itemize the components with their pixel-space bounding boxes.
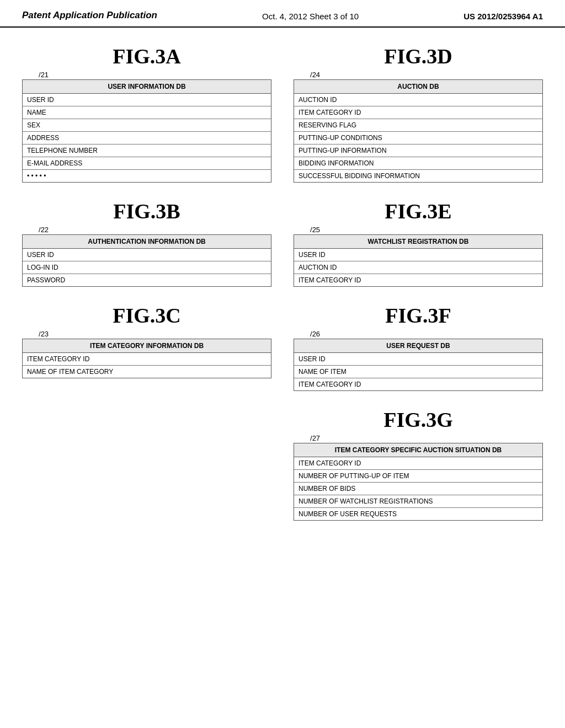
table-row: PASSWORD bbox=[23, 274, 271, 286]
publication-date-sheet: Oct. 4, 2012 Sheet 3 of 10 bbox=[262, 12, 359, 21]
fig3c-ref: /23 bbox=[39, 330, 49, 338]
fig3f-title: FIG.3F bbox=[385, 303, 451, 328]
table-row: NUMBER OF PUTTING-UP OF ITEM bbox=[294, 470, 542, 483]
table-row: NAME OF ITEM bbox=[294, 366, 542, 378]
publication-number: US 2012/0253964 A1 bbox=[463, 12, 543, 21]
fig3g-section: FIG.3G /27 ITEM CATEGORY SPECIFIC AUCTIO… bbox=[294, 408, 543, 521]
fig3a-table: USER INFORMATION DB USER ID NAME SEX ADD… bbox=[22, 79, 271, 183]
fig3a-ref: /21 bbox=[39, 71, 49, 79]
right-column: FIG.3D /24 AUCTION DB AUCTION ID ITEM CA… bbox=[294, 44, 543, 521]
table-row: USER ID bbox=[23, 94, 271, 106]
fig3b-title: FIG.3B bbox=[113, 199, 180, 223]
fig3e-title: FIG.3E bbox=[385, 199, 451, 223]
table-row: NUMBER OF BIDS bbox=[294, 483, 542, 495]
table-row: NAME bbox=[23, 106, 271, 119]
left-column: FIG.3A /21 USER INFORMATION DB USER ID N… bbox=[22, 44, 271, 521]
table-row: NUMBER OF WATCHLIST REGISTRATIONS bbox=[294, 495, 542, 508]
fig3f-table-header: USER REQUEST DB bbox=[294, 339, 542, 353]
table-row: ITEM CATEGORY ID bbox=[294, 106, 542, 119]
fig3e-section: FIG.3E /25 WATCHLIST REGISTRATION DB USE… bbox=[294, 199, 543, 287]
table-row: AUCTION ID bbox=[294, 261, 542, 274]
table-row: E-MAIL ADDRESS bbox=[23, 157, 271, 170]
table-row: ADDRESS bbox=[23, 132, 271, 144]
fig3g-table-header: ITEM CATEGORY SPECIFIC AUCTION SITUATION… bbox=[294, 443, 542, 457]
fig3c-table-header: ITEM CATEGORY INFORMATION DB bbox=[23, 339, 271, 353]
table-row: AUCTION ID bbox=[294, 94, 542, 106]
fig3c-table: ITEM CATEGORY INFORMATION DB ITEM CATEGO… bbox=[22, 339, 271, 378]
table-row: ITEM CATEGORY ID bbox=[23, 353, 271, 366]
table-row: PUTTING-UP INFORMATION bbox=[294, 144, 542, 157]
fig3a-section: FIG.3A /21 USER INFORMATION DB USER ID N… bbox=[22, 44, 271, 183]
fig3e-table-header: WATCHLIST REGISTRATION DB bbox=[294, 235, 542, 249]
table-row: • • • • • bbox=[23, 170, 271, 182]
table-row: NUMBER OF USER REQUESTS bbox=[294, 508, 542, 520]
fig3f-section: FIG.3F /26 USER REQUEST DB USER ID NAME … bbox=[294, 303, 543, 391]
table-row: USER ID bbox=[294, 249, 542, 261]
fig3f-ref: /26 bbox=[310, 330, 320, 338]
table-row: LOG-IN ID bbox=[23, 261, 271, 274]
fig3c-title: FIG.3C bbox=[113, 303, 181, 328]
fig3g-ref: /27 bbox=[310, 434, 320, 442]
table-row: SEX bbox=[23, 119, 271, 132]
fig3b-ref: /22 bbox=[39, 226, 49, 234]
fig3f-table: USER REQUEST DB USER ID NAME OF ITEM ITE… bbox=[294, 339, 543, 391]
fig3c-section: FIG.3C /23 ITEM CATEGORY INFORMATION DB … bbox=[22, 303, 271, 378]
publication-title: Patent Application Publication bbox=[22, 10, 157, 21]
fig3d-title: FIG.3D bbox=[384, 44, 452, 68]
fig3e-ref: /25 bbox=[310, 226, 320, 234]
table-row: ITEM CATEGORY ID bbox=[294, 378, 542, 390]
table-row: SUCCESSFUL BIDDING INFORMATION bbox=[294, 170, 542, 182]
table-row: BIDDING INFORMATION bbox=[294, 157, 542, 170]
fig3d-table-header: AUCTION DB bbox=[294, 80, 542, 94]
fig3d-section: FIG.3D /24 AUCTION DB AUCTION ID ITEM CA… bbox=[294, 44, 543, 183]
fig3g-title: FIG.3G bbox=[383, 408, 453, 432]
table-row: PUTTING-UP CONDITIONS bbox=[294, 132, 542, 144]
fig3g-table: ITEM CATEGORY SPECIFIC AUCTION SITUATION… bbox=[294, 443, 543, 521]
main-content: FIG.3A /21 USER INFORMATION DB USER ID N… bbox=[0, 44, 565, 521]
fig3a-table-header: USER INFORMATION DB bbox=[23, 80, 271, 94]
fig3d-table: AUCTION DB AUCTION ID ITEM CATEGORY ID R… bbox=[294, 79, 543, 183]
fig3b-table-header: AUTHENTICATION INFORMATION DB bbox=[23, 235, 271, 249]
table-row: ITEM CATEGORY ID bbox=[294, 457, 542, 470]
table-row: USER ID bbox=[23, 249, 271, 261]
page-header: Patent Application Publication Oct. 4, 2… bbox=[0, 0, 565, 28]
fig3a-title: FIG.3A bbox=[113, 44, 181, 68]
fig3b-table: AUTHENTICATION INFORMATION DB USER ID LO… bbox=[22, 234, 271, 287]
table-row: ITEM CATEGORY ID bbox=[294, 274, 542, 286]
fig3b-section: FIG.3B /22 AUTHENTICATION INFORMATION DB… bbox=[22, 199, 271, 287]
table-row: USER ID bbox=[294, 353, 542, 366]
table-row: NAME OF ITEM CATEGORY bbox=[23, 366, 271, 378]
table-row: TELEPHONE NUMBER bbox=[23, 144, 271, 157]
fig3e-table: WATCHLIST REGISTRATION DB USER ID AUCTIO… bbox=[294, 234, 543, 287]
table-row: RESERVING FLAG bbox=[294, 119, 542, 132]
fig3d-ref: /24 bbox=[310, 71, 320, 79]
